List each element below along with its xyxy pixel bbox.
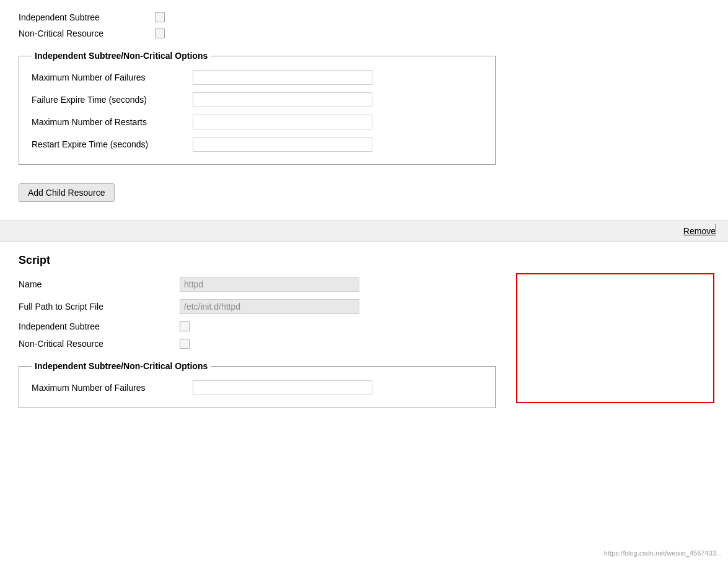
remove-link[interactable]: Remove bbox=[683, 226, 716, 236]
script-non-critical-row: Non-Critical Resource bbox=[19, 339, 709, 349]
independent-subtree-row: Independent Subtree bbox=[19, 12, 709, 22]
script-path-label: Full Path to Script File bbox=[19, 302, 180, 312]
script-name-label: Name bbox=[19, 279, 180, 289]
script-title: Script bbox=[19, 254, 709, 267]
failure-expire-label: Failure Expire Time (seconds) bbox=[32, 95, 193, 105]
max-restarts-input[interactable] bbox=[193, 115, 372, 129]
max-restarts-label: Maximum Number of Restarts bbox=[32, 117, 193, 127]
non-critical-resource-checkbox[interactable] bbox=[155, 28, 165, 38]
max-failures-label: Maximum Number of Failures bbox=[32, 72, 193, 82]
options-fieldset: Independent Subtree/Non-Critical Options… bbox=[19, 51, 496, 165]
page-container: Independent Subtree Non-Critical Resourc… bbox=[0, 0, 728, 421]
script-path-input[interactable] bbox=[180, 299, 359, 314]
script-fields-container: Name Full Path to Script File Independen… bbox=[19, 277, 709, 349]
script-name-input[interactable] bbox=[180, 277, 359, 292]
script-name-row: Name bbox=[19, 277, 709, 292]
highlight-box bbox=[516, 273, 714, 403]
independent-subtree-label: Independent Subtree bbox=[19, 12, 155, 22]
add-child-resource-button[interactable]: Add Child Resource bbox=[19, 183, 115, 202]
options-legend: Independent Subtree/Non-Critical Options bbox=[32, 51, 211, 61]
failure-expire-row: Failure Expire Time (seconds) bbox=[32, 92, 483, 107]
script-path-row: Full Path to Script File bbox=[19, 299, 709, 314]
independent-subtree-checkbox[interactable] bbox=[155, 12, 165, 22]
script-non-critical-checkbox[interactable] bbox=[180, 339, 190, 349]
max-restarts-row: Maximum Number of Restarts bbox=[32, 115, 483, 129]
bottom-options-legend: Independent Subtree/Non-Critical Options bbox=[32, 361, 211, 371]
failure-expire-input[interactable] bbox=[193, 92, 372, 107]
bottom-max-failures-row: Maximum Number of Failures bbox=[32, 380, 483, 395]
top-section: Independent Subtree Non-Critical Resourc… bbox=[0, 0, 728, 220]
watermark: https://blog.csdn.net/weixin_4567403... bbox=[604, 549, 722, 557]
bottom-options-fieldset: Independent Subtree/Non-Critical Options… bbox=[19, 361, 496, 408]
divider-section: Remove bbox=[0, 220, 728, 242]
restart-expire-label: Restart Expire Time (seconds) bbox=[32, 139, 193, 149]
max-failures-row: Maximum Number of Failures bbox=[32, 70, 483, 85]
bottom-max-failures-label: Maximum Number of Failures bbox=[32, 383, 193, 393]
max-failures-input[interactable] bbox=[193, 70, 372, 85]
script-section: Script Name Full Path to Script File Ind… bbox=[0, 242, 728, 421]
divider-bar bbox=[715, 224, 716, 234]
non-critical-resource-row: Non-Critical Resource bbox=[19, 28, 709, 38]
restart-expire-input[interactable] bbox=[193, 137, 372, 152]
bottom-max-failures-input[interactable] bbox=[193, 380, 372, 395]
script-independent-subtree-checkbox[interactable] bbox=[180, 321, 190, 331]
restart-expire-row: Restart Expire Time (seconds) bbox=[32, 137, 483, 152]
script-independent-subtree-label: Independent Subtree bbox=[19, 321, 180, 331]
script-independent-subtree-row: Independent Subtree bbox=[19, 321, 709, 331]
script-non-critical-label: Non-Critical Resource bbox=[19, 339, 180, 349]
non-critical-resource-label: Non-Critical Resource bbox=[19, 28, 155, 38]
